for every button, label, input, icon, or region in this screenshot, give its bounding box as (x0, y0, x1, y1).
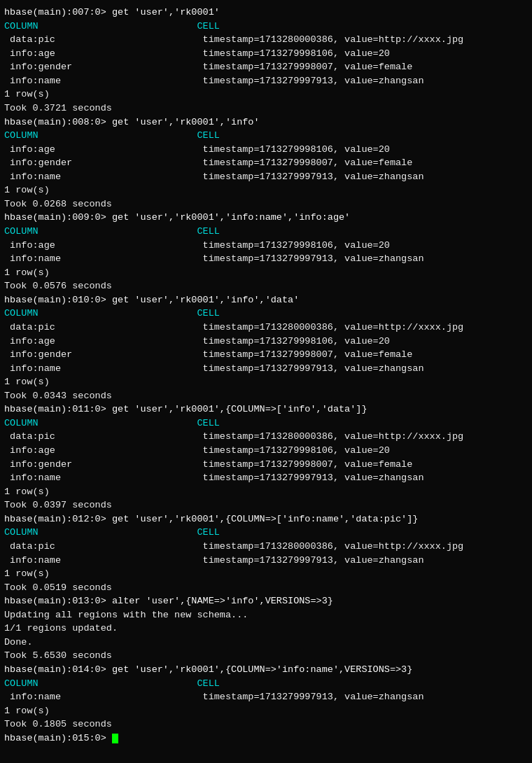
terminal-line-32: info:age timestamp=1713279998106, value=… (4, 444, 528, 458)
terminal-line-31: data:pic timestamp=1713280000386, value=… (4, 430, 528, 444)
terminal-line-4: info:gender timestamp=1713279998007, val… (4, 60, 528, 74)
terminal-line-10: info:age timestamp=1713279998106, value=… (4, 143, 528, 157)
terminal-line-16: COLUMN CELL (4, 225, 528, 239)
terminal-line-33: info:gender timestamp=1713279998007, val… (4, 458, 528, 472)
terminal-line-51: 1 row(s) (4, 704, 528, 718)
terminal-line-48: hbase(main):014:0> get 'user','rk0001',{… (4, 663, 528, 677)
terminal-line-24: info:age timestamp=1713279998106, value=… (4, 335, 528, 349)
terminal-line-28: Took 0.0343 seconds (4, 389, 528, 403)
terminal-line-53: hbase(main):015:0> (4, 732, 528, 746)
terminal-line-44: Updating all regions with the new schema… (4, 608, 528, 622)
terminal-line-30: COLUMN CELL (4, 416, 528, 430)
terminal-line-38: COLUMN CELL (4, 526, 528, 540)
terminal-line-45: 1/1 regions updated. (4, 622, 528, 636)
terminal-line-42: Took 0.0519 seconds (4, 581, 528, 595)
terminal: hbase(main):007:0> get 'user','rk0001'CO… (4, 6, 528, 745)
terminal-line-9: COLUMN CELL (4, 129, 528, 143)
terminal-line-12: info:name timestamp=1713279997913, value… (4, 170, 528, 184)
terminal-line-0: hbase(main):007:0> get 'user','rk0001' (4, 6, 528, 20)
terminal-line-37: hbase(main):012:0> get 'user','rk0001',{… (4, 512, 528, 526)
terminal-line-29: hbase(main):011:0> get 'user','rk0001',{… (4, 402, 528, 416)
terminal-line-18: info:name timestamp=1713279997913, value… (4, 252, 528, 266)
terminal-line-47: Took 5.6530 seconds (4, 649, 528, 663)
terminal-line-26: info:name timestamp=1713279997913, value… (4, 362, 528, 376)
terminal-line-15: hbase(main):009:0> get 'user','rk0001','… (4, 211, 528, 225)
terminal-line-52: Took 0.1805 seconds (4, 718, 528, 732)
terminal-line-14: Took 0.0268 seconds (4, 197, 528, 211)
terminal-line-36: Took 0.0397 seconds (4, 498, 528, 512)
terminal-line-11: info:gender timestamp=1713279998007, val… (4, 156, 528, 170)
terminal-line-46: Done. (4, 636, 528, 650)
terminal-line-35: 1 row(s) (4, 485, 528, 499)
terminal-line-5: info:name timestamp=1713279997913, value… (4, 74, 528, 88)
terminal-line-22: COLUMN CELL (4, 307, 528, 321)
terminal-line-41: 1 row(s) (4, 567, 528, 581)
terminal-line-7: Took 0.3721 seconds (4, 102, 528, 115)
terminal-line-8: hbase(main):008:0> get 'user','rk0001','… (4, 115, 528, 130)
terminal-line-34: info:name timestamp=1713279997913, value… (4, 471, 528, 485)
terminal-line-6: 1 row(s) (4, 88, 528, 102)
terminal-line-19: 1 row(s) (4, 266, 528, 280)
terminal-line-3: info:age timestamp=1713279998106, value=… (4, 47, 528, 61)
terminal-line-20: Took 0.0576 seconds (4, 279, 528, 293)
terminal-line-17: info:age timestamp=1713279998106, value=… (4, 239, 528, 253)
terminal-line-49: COLUMN CELL (4, 677, 528, 691)
terminal-line-23: data:pic timestamp=1713280000386, value=… (4, 321, 528, 335)
terminal-line-39: data:pic timestamp=1713280000386, value=… (4, 540, 528, 554)
terminal-line-40: info:name timestamp=1713279997913, value… (4, 554, 528, 568)
terminal-line-21: hbase(main):010:0> get 'user','rk0001','… (4, 293, 528, 307)
terminal-line-43: hbase(main):013:0> alter 'user',{NAME=>'… (4, 594, 528, 608)
terminal-line-13: 1 row(s) (4, 183, 528, 197)
terminal-line-50: info:name timestamp=1713279997913, value… (4, 690, 528, 704)
terminal-line-27: 1 row(s) (4, 375, 528, 389)
terminal-line-1: COLUMN CELL (4, 20, 528, 34)
cursor-block (112, 734, 118, 743)
terminal-line-25: info:gender timestamp=1713279998007, val… (4, 348, 528, 362)
terminal-line-2: data:pic timestamp=1713280000386, value=… (4, 33, 528, 47)
